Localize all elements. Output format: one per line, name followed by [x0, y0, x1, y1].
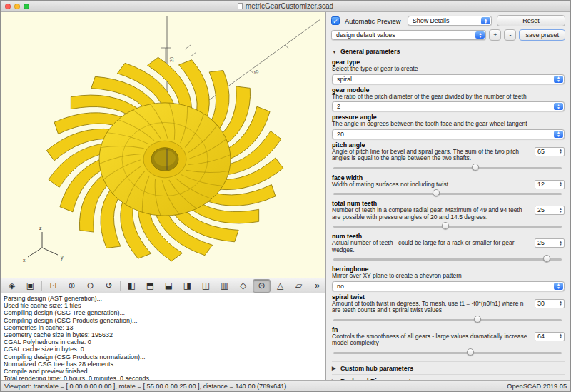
param-herringbone: herringbone Mirror over XY plane to crea…: [332, 266, 565, 291]
customizer-panel: Automatic Preview Show Details Reset des…: [325, 12, 570, 380]
param-total-num-teeth: total num teeth Number of teeth in a com…: [332, 200, 565, 231]
total-num-teeth-spinbox[interactable]: 25: [535, 206, 565, 215]
herringbone-select[interactable]: no: [332, 281, 565, 291]
parameters-scroll-area[interactable]: ▼ General parameters gear type Select th…: [326, 44, 570, 380]
view-center-icon[interactable]: ⊙: [253, 279, 271, 293]
axis-z-label: z: [39, 226, 42, 231]
view-top-icon[interactable]: ⬒: [141, 279, 159, 293]
num-teeth-slider[interactable]: [332, 255, 563, 263]
view-back-icon[interactable]: ▥: [216, 279, 233, 293]
dropdown-arrows-icon: [481, 17, 490, 24]
reset-view-icon[interactable]: ↺: [100, 279, 118, 293]
param-desc: Angle of pitch line for bevel and spiral…: [332, 149, 532, 162]
param-desc: Number of teeth in a compete radial gear…: [332, 207, 532, 221]
save-preset-button[interactable]: save preset: [519, 29, 565, 41]
spinbox-value: 65: [535, 148, 557, 156]
view-diagonal-icon[interactable]: ◇: [234, 279, 252, 293]
param-pitch-angle: pitch angle Angle of pitch line for beve…: [332, 141, 565, 172]
toolbar-separator: [41, 281, 42, 291]
spinbox-value: 25: [535, 206, 557, 214]
show-details-select[interactable]: Show Details: [408, 16, 492, 26]
param-desc: Select the type of gear to create: [332, 66, 565, 73]
wireframe-icon[interactable]: ◈: [3, 279, 21, 293]
section-general-parameters[interactable]: ▼ General parameters: [332, 46, 565, 56]
window-title: metricGearCustomizer.scad: [246, 2, 333, 10]
show-details-value: Show Details: [413, 17, 449, 24]
viewport-status-text: Viewport: translate = [ 0.00 0.00 0.00 ]…: [4, 383, 507, 390]
gear-module-select[interactable]: 2: [332, 101, 565, 111]
toolbar-overflow-icon[interactable]: »: [311, 281, 323, 291]
slider-handle[interactable]: [442, 222, 449, 229]
view-front-icon[interactable]: ◫: [197, 279, 215, 293]
zoom-out-icon[interactable]: ⊖: [81, 279, 99, 293]
total-num-teeth-slider[interactable]: [332, 222, 563, 231]
spinner-arrows-icon[interactable]: [557, 333, 564, 341]
window-title-wrap: metricGearCustomizer.scad: [1, 2, 570, 10]
herringbone-value: no: [337, 283, 344, 290]
view-left-icon[interactable]: ◨: [178, 279, 196, 293]
face-width-slider[interactable]: [332, 189, 563, 198]
spinner-arrows-icon[interactable]: [557, 181, 564, 189]
param-desc: Actual number of teeth - could be large …: [332, 240, 532, 253]
gear-type-value: spiral: [337, 76, 352, 83]
param-num-teeth: num teeth Actual number of teeth - could…: [332, 233, 565, 263]
preset-value: design default values: [336, 31, 395, 39]
dropdown-arrows-icon: [554, 76, 563, 83]
num-teeth-spinbox[interactable]: 25: [535, 238, 565, 248]
spinbox-value: 12: [535, 181, 557, 189]
reset-button[interactable]: Reset: [497, 15, 565, 26]
automatic-preview-checkbox[interactable]: [331, 16, 340, 25]
dropdown-arrows-icon: [554, 131, 563, 138]
dropdown-arrows-icon: [554, 283, 563, 290]
ruler-label-20: 20: [169, 56, 174, 62]
section-custom-hub-parameters[interactable]: ▶ Custom hub parameters: [332, 361, 565, 374]
zoom-all-icon[interactable]: ⊡: [44, 279, 62, 293]
view-right-icon[interactable]: ◧: [123, 279, 141, 293]
spinner-arrows-icon[interactable]: [557, 206, 564, 214]
slider-handle[interactable]: [543, 255, 550, 262]
orthogonal-icon[interactable]: ▱: [290, 279, 308, 293]
view-bottom-icon[interactable]: ⬓: [160, 279, 178, 293]
slider-handle[interactable]: [472, 164, 479, 171]
remove-preset-button[interactable]: -: [504, 29, 516, 41]
3d-viewport[interactable]: 20 40: [1, 12, 325, 278]
section-rack-ring-parameters[interactable]: ▶ Rack and Ring parameters: [332, 374, 565, 381]
close-button[interactable]: [5, 4, 11, 9]
gear-type-select[interactable]: spiral: [332, 74, 565, 84]
pitch-angle-spinbox[interactable]: 65: [535, 147, 565, 156]
console-line: Compile and preview finished.: [4, 368, 323, 375]
spiral-twist-slider[interactable]: [332, 316, 563, 324]
spiral-twist-spinbox[interactable]: 30: [535, 299, 565, 308]
zoom-window-button[interactable]: [24, 4, 29, 9]
fn-slider[interactable]: [332, 348, 563, 357]
ruler-label-40: 40: [252, 69, 259, 76]
spinner-arrows-icon[interactable]: [557, 300, 564, 308]
slider-handle[interactable]: [467, 348, 474, 356]
param-name: spiral twist: [332, 293, 532, 301]
titlebar[interactable]: metricGearCustomizer.scad: [1, 1, 570, 12]
slider-handle[interactable]: [474, 316, 481, 323]
slider-track: [333, 319, 562, 321]
viewport-toolbar: ◈ ▣ ⊡ ⊕ ⊖ ↺ ◧ ⬒ ⬓ ◨ ◫ ▥ ◇ ⊙ △ ▱ »: [1, 278, 325, 293]
add-preset-button[interactable]: +: [489, 29, 501, 41]
slider-track: [333, 258, 562, 261]
spinner-arrows-icon[interactable]: [557, 148, 564, 156]
openscad-window: metricGearCustomizer.scad: [0, 0, 571, 392]
console-line: CGAL cache size in bytes: 0: [4, 346, 323, 353]
perspective-icon[interactable]: △: [271, 279, 289, 293]
slider-handle[interactable]: [433, 189, 440, 196]
spinner-arrows-icon[interactable]: [557, 239, 564, 247]
minimize-button[interactable]: [14, 4, 20, 9]
console-log[interactable]: Parsing design (AST generation)... Used …: [1, 293, 325, 380]
pressure-angle-select[interactable]: 20: [332, 129, 565, 139]
surfaces-icon[interactable]: ▣: [21, 279, 39, 293]
param-spiral-twist: spiral twist Amount of tooth twist in de…: [332, 293, 565, 324]
pitch-angle-slider[interactable]: [332, 164, 563, 172]
slider-track: [333, 193, 562, 195]
face-width-spinbox[interactable]: 12: [535, 180, 565, 189]
section-label: Custom hub parameters: [340, 365, 413, 372]
preset-select[interactable]: design default values: [331, 30, 486, 40]
zoom-in-icon[interactable]: ⊕: [63, 279, 81, 293]
fn-spinbox[interactable]: 64: [535, 332, 565, 341]
spinbox-value: 64: [535, 333, 557, 341]
